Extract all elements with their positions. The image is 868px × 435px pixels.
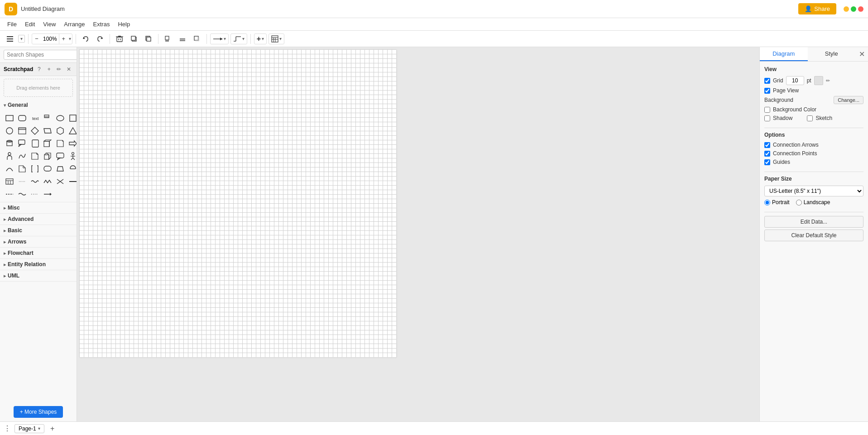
shape-arrow-right[interactable] <box>67 138 77 149</box>
background-color-checkbox[interactable] <box>764 107 770 113</box>
zoom-in-btn[interactable]: + <box>59 33 68 44</box>
shape-speech[interactable] <box>54 150 66 162</box>
menu-edit[interactable]: Edit <box>21 19 38 29</box>
minimize-btn[interactable] <box>844 6 849 12</box>
category-uml-header[interactable]: ▸ UML <box>0 270 77 281</box>
canvas-grid[interactable] <box>79 49 396 357</box>
category-general-header[interactable]: ▾ General <box>0 100 77 110</box>
shape-note[interactable] <box>42 112 53 124</box>
menu-arrange[interactable]: Arrange <box>60 19 88 29</box>
shape-hexagon[interactable] <box>54 125 66 137</box>
category-basic-header[interactable]: ▸ Basic <box>0 225 77 236</box>
shape-ellipse[interactable] <box>54 112 66 124</box>
shadow-style-btn[interactable] <box>191 33 203 45</box>
shape-arrow-line[interactable] <box>42 188 53 200</box>
landscape-option[interactable]: Landscape <box>796 199 830 206</box>
portrait-option[interactable]: Portrait <box>764 199 790 206</box>
category-arrows-header[interactable]: ▸ Arrows <box>0 236 77 247</box>
shape-rect-rounded[interactable] <box>16 112 28 124</box>
category-advanced-header[interactable]: ▸ Advanced <box>0 214 77 225</box>
shadow-checkbox[interactable] <box>764 115 770 121</box>
landscape-radio[interactable] <box>796 200 802 206</box>
to-front-btn[interactable] <box>128 33 140 45</box>
page-tab-1[interactable]: Page-1 ▾ <box>14 424 44 433</box>
zoom-dropdown-arrow[interactable]: ▾ <box>68 36 72 41</box>
shape-line-dashed[interactable] <box>4 188 15 200</box>
panel-close-btn[interactable]: ✕ <box>855 47 868 61</box>
waypoint-style-btn[interactable]: ▾ <box>230 33 247 44</box>
zoom-out-btn[interactable]: − <box>32 33 41 44</box>
change-background-btn[interactable]: Change... <box>834 96 863 104</box>
connection-arrows-checkbox[interactable] <box>764 142 770 148</box>
table-btn[interactable]: ▾ <box>269 33 284 44</box>
shape-square[interactable] <box>67 112 77 124</box>
shape-line-dotted[interactable] <box>29 188 41 200</box>
line-color-btn[interactable] <box>176 33 189 45</box>
menu-extras[interactable]: Extras <box>90 19 114 29</box>
undo-btn[interactable] <box>79 33 92 45</box>
canvas-area[interactable] <box>77 47 759 421</box>
grid-color-edit[interactable]: ✏ <box>826 78 830 84</box>
shape-person[interactable] <box>4 150 15 162</box>
shape-rect-fold[interactable] <box>54 138 66 149</box>
canvas-scroll[interactable] <box>77 47 759 421</box>
connection-dropdown[interactable]: ▾ <box>224 36 226 41</box>
shape-arc[interactable] <box>4 163 15 175</box>
zoom-control[interactable]: − 100% + ▾ <box>32 33 72 44</box>
category-misc-header[interactable]: ▸ Misc <box>0 202 77 213</box>
shape-rect[interactable] <box>4 112 15 124</box>
scratchpad-add[interactable]: + <box>45 65 53 73</box>
portrait-radio[interactable] <box>764 200 770 206</box>
shape-dots-line[interactable] <box>16 176 28 187</box>
fill-color-btn[interactable] <box>162 33 174 45</box>
shape-zigzag[interactable] <box>42 176 53 187</box>
redo-btn[interactable] <box>94 33 106 45</box>
shape-stickman[interactable] <box>67 150 77 162</box>
grid-checkbox[interactable] <box>764 78 770 84</box>
paper-size-select[interactable]: US-Letter (8.5" x 11") A4 A3 Letter Lega… <box>764 186 863 196</box>
grid-color-picker[interactable] <box>814 76 823 85</box>
guides-checkbox[interactable] <box>764 159 770 165</box>
shape-line-wave2[interactable] <box>16 188 28 200</box>
scratchpad-edit[interactable]: ✏ <box>55 65 63 73</box>
more-shapes-button[interactable]: + More Shapes <box>14 406 63 418</box>
delete-btn[interactable] <box>113 33 126 45</box>
page-view-checkbox[interactable] <box>764 88 770 94</box>
shape-parallelogram[interactable] <box>42 125 53 137</box>
grid-size-input[interactable] <box>786 76 804 85</box>
shape-line-solid[interactable] <box>67 176 77 187</box>
shape-box-3d[interactable] <box>42 150 53 162</box>
shape-doc[interactable] <box>29 150 41 162</box>
close-btn[interactable] <box>858 6 863 12</box>
menu-file[interactable]: File <box>4 19 20 29</box>
connection-points-checkbox[interactable] <box>764 151 770 157</box>
edit-data-btn[interactable]: Edit Data... <box>764 216 863 228</box>
share-button[interactable]: 👤 Share <box>798 3 836 14</box>
shape-scroll[interactable] <box>29 138 41 149</box>
scratchpad-help[interactable]: ? <box>35 65 43 73</box>
maximize-btn[interactable] <box>851 6 856 12</box>
menu-view[interactable]: View <box>39 19 59 29</box>
tab-style[interactable]: Style <box>808 47 856 61</box>
shape-cylinder[interactable] <box>4 138 15 149</box>
panel-toggle-dropdown[interactable]: ▾ <box>18 35 25 43</box>
shape-table[interactable] <box>4 176 15 187</box>
connection-style-btn[interactable]: ▾ <box>210 33 229 44</box>
shape-wave[interactable] <box>29 176 41 187</box>
shape-container[interactable] <box>16 125 28 137</box>
panel-toggle-btn[interactable] <box>4 33 16 45</box>
shape-callout[interactable] <box>16 138 28 149</box>
clear-default-style-btn[interactable]: Clear Default Style <box>764 229 863 241</box>
category-flowchart-header[interactable]: ▸ Flowchart <box>0 248 77 258</box>
category-entity-relation-header[interactable]: ▸ Entity Relation <box>0 259 77 270</box>
shape-half-circle[interactable] <box>67 163 77 175</box>
sketch-checkbox[interactable] <box>807 115 813 121</box>
menu-help[interactable]: Help <box>114 19 134 29</box>
page-menu-btn[interactable]: ⋮ <box>4 424 11 433</box>
scratchpad-close[interactable]: ✕ <box>65 65 73 73</box>
shape-page[interactable] <box>16 163 28 175</box>
shape-diamond[interactable] <box>29 125 41 137</box>
shape-trapezoid[interactable] <box>54 163 66 175</box>
shape-cross[interactable] <box>54 176 66 187</box>
shape-curved[interactable] <box>16 150 28 162</box>
